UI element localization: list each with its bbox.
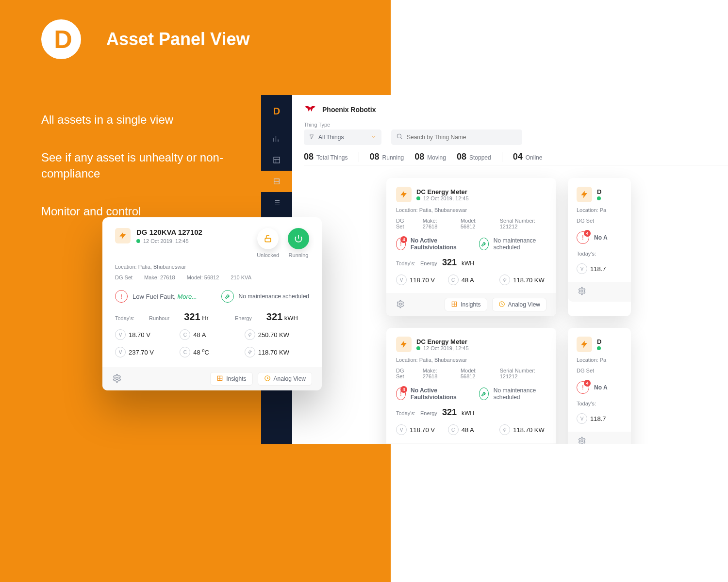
wrench-icon (479, 238, 489, 250)
lock-button[interactable] (257, 228, 279, 249)
alert-icon: ! (115, 290, 128, 303)
search[interactable] (391, 129, 522, 145)
asset-card[interactable]: DC Energy Meter 12 Oct 2019, 12:45 Locat… (386, 328, 556, 444)
amp-icon: C (180, 329, 190, 340)
nav-layout[interactable] (261, 149, 292, 171)
chevron-down-icon (371, 134, 377, 141)
asset-card-partial[interactable]: D Location: Pa DG Set !4No A Today's: V1… (568, 178, 631, 316)
hero-line-2: See if any asset is unhealty or non-comp… (41, 149, 223, 182)
svg-rect-12 (265, 238, 271, 242)
status-dot (136, 239, 140, 243)
analog-view-button[interactable]: Analog View (492, 298, 547, 311)
search-input[interactable] (407, 134, 517, 141)
sidenav-logo: D (269, 104, 284, 118)
analog-view-button[interactable]: Analog View (258, 372, 313, 386)
nav-assets[interactable] (261, 171, 292, 192)
gear-icon[interactable] (112, 373, 122, 385)
nav-list[interactable] (261, 192, 292, 213)
svg-point-7 (581, 290, 583, 292)
main: Phoenix Robotix Thing Type All Things (292, 95, 728, 444)
volt-icon: V (115, 329, 126, 340)
svg-point-13 (116, 377, 118, 379)
thing-type-value: All Things (318, 134, 344, 141)
svg-point-11 (581, 440, 583, 442)
stat-total-num: 08 (304, 152, 314, 162)
amp-icon: C (448, 275, 459, 285)
thumb-icon (577, 187, 592, 202)
alert-icon: !4 (396, 238, 406, 250)
company-icon (304, 104, 315, 115)
thing-type-select[interactable]: All Things (304, 129, 381, 145)
gear-icon[interactable] (396, 300, 405, 310)
insights-button[interactable]: Insights (210, 372, 252, 386)
asset-card[interactable]: DC Energy Meter 12 Oct 2019, 12:45 Locat… (386, 178, 556, 316)
stats-row: 08Total Things 08Running 08Moving 08Stop… (304, 152, 728, 165)
svg-rect-0 (274, 157, 280, 163)
grid-icon (216, 375, 223, 383)
brand-logo: D (41, 19, 81, 59)
asset-card-featured[interactable]: DG 120KVA 127102 12 Oct 2019, 12:45 Unlo… (102, 217, 322, 390)
volt-icon: V (396, 275, 407, 285)
hero-line-1: All assets in a single view (41, 112, 223, 128)
clock-icon (264, 375, 271, 383)
card-title: DG 120KVA 127102 (136, 228, 202, 236)
thing-type-label: Thing Type (304, 122, 381, 128)
company-name: Phoenix Robotix (322, 106, 376, 113)
hero-title: Asset Panel View (106, 29, 250, 49)
power-button[interactable] (288, 228, 309, 249)
bolt-icon (245, 329, 255, 340)
funnel-icon (309, 134, 314, 141)
grid-icon (451, 301, 458, 309)
insights-button[interactable]: Insights (445, 298, 487, 311)
dashboard: D Phoenix Robotix Thing Type All Things (261, 95, 728, 444)
wrench-icon (221, 290, 234, 303)
search-icon (396, 133, 403, 142)
thumb-icon (115, 228, 131, 243)
clock-icon (498, 301, 505, 309)
card-title: DC Energy Meter (416, 188, 469, 195)
thumb-icon (396, 187, 412, 202)
asset-card-partial[interactable]: D Location: Pa DG Set !4No A Today's: V1… (568, 328, 631, 444)
status-dot (416, 196, 420, 200)
nav-chart[interactable] (261, 128, 292, 149)
fault-more-link[interactable]: More... (178, 293, 197, 300)
svg-point-3 (397, 134, 401, 138)
svg-point-4 (399, 303, 402, 305)
bolt-icon (499, 275, 510, 285)
